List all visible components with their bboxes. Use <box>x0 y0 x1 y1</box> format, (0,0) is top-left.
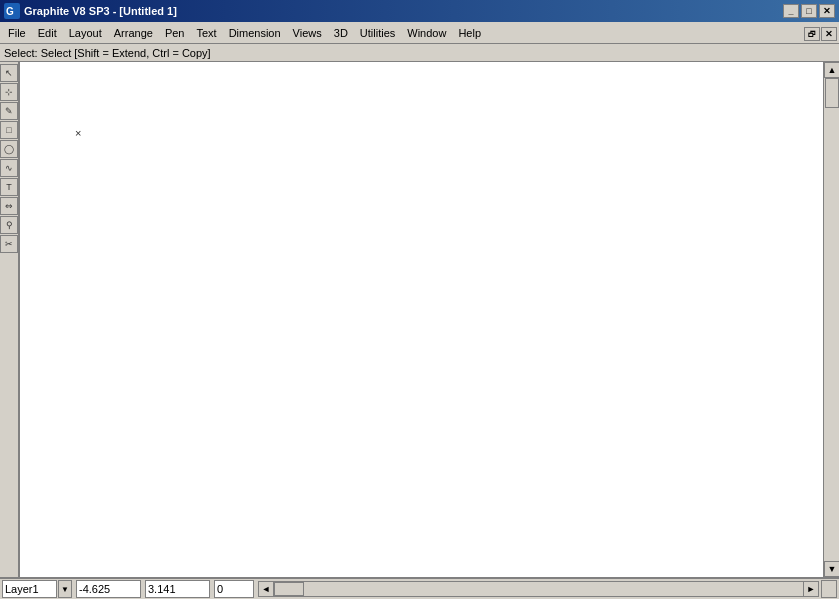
scroll-track-vertical[interactable] <box>824 78 839 561</box>
title-bar-controls: _ □ ✕ <box>783 4 835 18</box>
scroll-up-button[interactable]: ▲ <box>824 62 839 78</box>
canvas-cursor: × <box>75 127 81 139</box>
layer-selector: Layer1 ▼ <box>2 580 72 598</box>
bottom-scrollbar: ◄ ► <box>258 580 819 598</box>
left-toolbar: ↖ ⊹ ✎ □ ◯ ∿ T ⇔ ⚲ ✂ <box>0 62 20 577</box>
layer-arrow-button[interactable]: ▼ <box>58 580 72 598</box>
tool-4[interactable]: ◯ <box>0 140 18 158</box>
tool-5[interactable]: ∿ <box>0 159 18 177</box>
coord-z-value: 0 <box>217 583 223 595</box>
title-text: Graphite V8 SP3 - [Untitled 1] <box>24 5 177 17</box>
scroll-thumb-horizontal[interactable] <box>274 582 304 596</box>
status-bar: Layer1 ▼ -4.625 3.141 0 ◄ ► <box>0 577 839 599</box>
tool-2[interactable]: ✎ <box>0 102 18 120</box>
menu-bar-right: 🗗 ✕ <box>804 22 839 44</box>
coord-y-value: 3.141 <box>148 583 176 595</box>
menu-3d[interactable]: 3D <box>328 23 354 43</box>
tool-9[interactable]: ✂ <box>0 235 18 253</box>
scroll-left-button[interactable]: ◄ <box>258 581 274 597</box>
svg-text:G: G <box>6 6 14 17</box>
menu-layout[interactable]: Layout <box>63 23 108 43</box>
layer-label: Layer1 <box>5 583 39 595</box>
minimize-button[interactable]: _ <box>783 4 799 18</box>
scroll-right-button[interactable]: ► <box>803 581 819 597</box>
tool-1[interactable]: ⊹ <box>0 83 18 101</box>
menu-pen[interactable]: Pen <box>159 23 191 43</box>
menu-views[interactable]: Views <box>287 23 328 43</box>
maximize-button[interactable]: □ <box>801 4 817 18</box>
scroll-down-button[interactable]: ▼ <box>824 561 839 577</box>
scroll-track-horizontal[interactable] <box>274 581 803 597</box>
tool-7[interactable]: ⇔ <box>0 197 18 215</box>
menu-window[interactable]: Window <box>401 23 452 43</box>
menu-text[interactable]: Text <box>190 23 222 43</box>
close-button[interactable]: ✕ <box>819 4 835 18</box>
coord-x-box[interactable]: -4.625 <box>76 580 141 598</box>
layer-dropdown[interactable]: Layer1 <box>2 580 57 598</box>
menu-utilities[interactable]: Utilities <box>354 23 401 43</box>
doc-close-button[interactable]: ✕ <box>821 27 837 41</box>
coord-z-box[interactable]: 0 <box>214 580 254 598</box>
menu-help[interactable]: Help <box>452 23 487 43</box>
scroll-thumb-vertical[interactable] <box>825 78 839 108</box>
scrollbar-corner <box>821 580 837 598</box>
app-icon: G <box>4 3 20 19</box>
tool-select[interactable]: ↖ <box>0 64 18 82</box>
canvas-area[interactable]: × <box>20 62 823 577</box>
coord-x-value: -4.625 <box>79 583 110 595</box>
doc-restore-button[interactable]: 🗗 <box>804 27 820 41</box>
menu-file[interactable]: File <box>2 23 32 43</box>
tool-8[interactable]: ⚲ <box>0 216 18 234</box>
title-bar-left: G Graphite V8 SP3 - [Untitled 1] <box>4 3 177 19</box>
coord-y-box[interactable]: 3.141 <box>145 580 210 598</box>
status-hint-text: Select: Select [Shift = Extend, Ctrl = C… <box>4 47 211 59</box>
status-hint: Select: Select [Shift = Extend, Ctrl = C… <box>0 44 839 62</box>
tool-6[interactable]: T <box>0 178 18 196</box>
menu-bar: File Edit Layout Arrange Pen Text Dimens… <box>0 22 839 44</box>
tool-3[interactable]: □ <box>0 121 18 139</box>
menu-dimension[interactable]: Dimension <box>223 23 287 43</box>
menu-edit[interactable]: Edit <box>32 23 63 43</box>
right-scrollbar: ▲ ▼ <box>823 62 839 577</box>
main-area: ↖ ⊹ ✎ □ ◯ ∿ T ⇔ ⚲ ✂ × ▲ ▼ <box>0 62 839 577</box>
menu-arrange[interactable]: Arrange <box>108 23 159 43</box>
title-bar: G Graphite V8 SP3 - [Untitled 1] _ □ ✕ <box>0 0 839 22</box>
